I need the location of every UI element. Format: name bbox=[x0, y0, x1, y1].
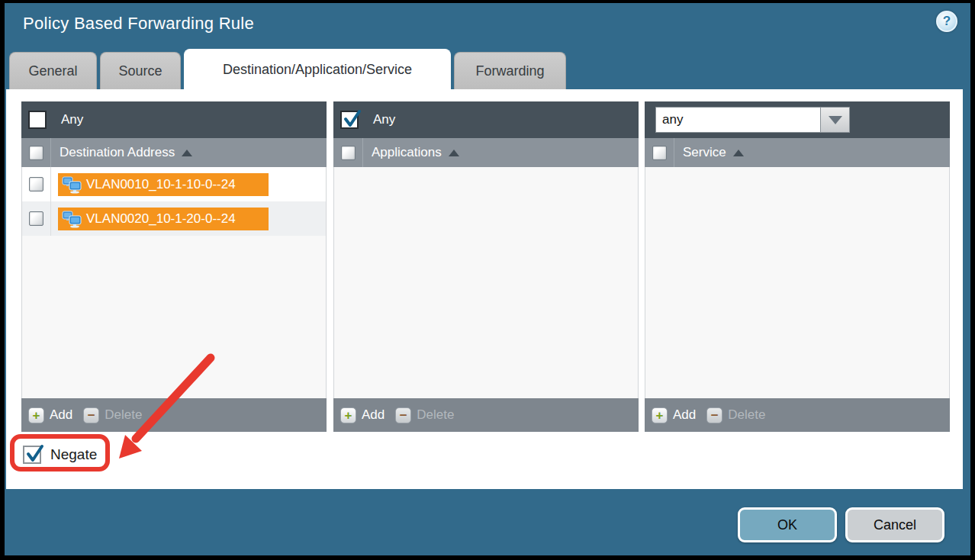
negate-option: Negate bbox=[23, 446, 97, 464]
address-object-name: VLAN0010_10-1-10-0--24 bbox=[86, 177, 236, 192]
ok-button[interactable]: OK bbox=[738, 507, 837, 542]
service-dropdown-value[interactable]: any bbox=[655, 107, 821, 133]
sort-ascending-icon[interactable] bbox=[733, 150, 744, 156]
address-object-chip[interactable]: VLAN0020_10-1-20-0--24 bbox=[58, 208, 269, 230]
divider bbox=[674, 138, 674, 167]
add-button-label: Add bbox=[362, 407, 385, 423]
applications-actions-bar: + Add − Delete bbox=[333, 398, 639, 432]
service-column-header: Service bbox=[645, 138, 950, 167]
row-checkbox-cell bbox=[22, 167, 51, 201]
policy-based-forwarding-dialog: Policy Based Forwarding Rule ? General S… bbox=[0, 0, 975, 560]
tab-general[interactable]: General bbox=[9, 52, 97, 89]
chevron-down-icon bbox=[829, 116, 842, 124]
delete-button[interactable]: − Delete bbox=[83, 407, 153, 423]
address-object-name: VLAN0020_10-1-20-0--24 bbox=[86, 211, 236, 227]
delete-button[interactable]: − Delete bbox=[706, 407, 776, 423]
add-button[interactable]: + Add bbox=[652, 407, 706, 423]
tab-content: Any Destination Address bbox=[6, 89, 963, 489]
divider bbox=[362, 138, 363, 167]
address-object-chip[interactable]: VLAN0010_10-1-10-0--24 bbox=[58, 173, 269, 196]
divider bbox=[50, 138, 51, 167]
table-row: VLAN0020_10-1-20-0--24 bbox=[22, 201, 326, 236]
service-header-label[interactable]: Service bbox=[683, 145, 726, 160]
minus-icon: − bbox=[706, 407, 722, 423]
row-checkbox-cell bbox=[22, 201, 51, 236]
row-checkbox[interactable] bbox=[29, 211, 43, 226]
service-dropdown[interactable]: any bbox=[655, 107, 850, 133]
applications-any-label: Any bbox=[373, 112, 395, 127]
delete-button-label: Delete bbox=[105, 407, 142, 423]
tab-forwarding[interactable]: Forwarding bbox=[454, 52, 566, 89]
tab-bar: General Source Destination/Application/S… bbox=[9, 49, 569, 89]
applications-any-checkbox[interactable] bbox=[340, 111, 359, 129]
service-dropdown-button[interactable] bbox=[821, 107, 850, 133]
cancel-button[interactable]: Cancel bbox=[845, 507, 944, 542]
destination-actions-bar: + Add − Delete bbox=[21, 398, 327, 432]
applications-selectall-checkbox[interactable] bbox=[341, 146, 356, 160]
destination-any-checkbox[interactable] bbox=[28, 111, 47, 129]
delete-button[interactable]: − Delete bbox=[395, 407, 465, 423]
service-selectall-checkbox[interactable] bbox=[652, 146, 667, 160]
network-icon bbox=[62, 175, 82, 194]
service-any-header: any bbox=[645, 101, 950, 138]
table-row: VLAN0010_10-1-10-0--24 bbox=[22, 167, 326, 201]
service-list bbox=[645, 167, 950, 398]
tab-destination-application-service[interactable]: Destination/Application/Service bbox=[184, 49, 451, 89]
add-button[interactable]: + Add bbox=[340, 407, 395, 423]
applications-column: Any Applications + Add − Delete bbox=[333, 101, 639, 432]
help-icon[interactable]: ? bbox=[936, 11, 957, 32]
destination-header-label[interactable]: Destination Address bbox=[60, 145, 175, 160]
destination-any-header: Any bbox=[21, 101, 327, 138]
plus-icon: + bbox=[340, 407, 356, 423]
checkmark-icon bbox=[343, 109, 362, 129]
destination-column-header: Destination Address bbox=[21, 138, 327, 167]
destination-any-label: Any bbox=[61, 112, 83, 127]
add-button-label: Add bbox=[50, 407, 72, 423]
row-checkbox[interactable] bbox=[29, 177, 43, 191]
destination-address-column: Any Destination Address bbox=[21, 101, 327, 432]
negate-label: Negate bbox=[50, 446, 97, 463]
applications-header-label[interactable]: Applications bbox=[372, 145, 442, 160]
add-button-label: Add bbox=[673, 407, 696, 423]
plus-icon: + bbox=[28, 407, 44, 423]
sort-ascending-icon[interactable] bbox=[449, 150, 459, 156]
applications-column-header: Applications bbox=[333, 138, 639, 167]
dialog-title: Policy Based Forwarding Rule bbox=[23, 14, 254, 34]
destination-selectall-checkbox[interactable] bbox=[29, 146, 43, 160]
plus-icon: + bbox=[652, 407, 668, 423]
network-icon bbox=[62, 210, 82, 228]
applications-any-header: Any bbox=[333, 101, 639, 138]
minus-icon: − bbox=[83, 407, 99, 423]
delete-button-label: Delete bbox=[728, 407, 765, 423]
dialog-frame: Policy Based Forwarding Rule ? General S… bbox=[5, 3, 970, 555]
negate-checkbox[interactable] bbox=[23, 446, 41, 464]
checkmark-icon bbox=[25, 444, 45, 464]
sort-ascending-icon[interactable] bbox=[182, 150, 192, 156]
add-button[interactable]: + Add bbox=[28, 407, 83, 423]
minus-icon: − bbox=[395, 407, 411, 423]
tab-source[interactable]: Source bbox=[100, 52, 181, 89]
destination-list: VLAN0010_10-1-10-0--24 bbox=[21, 167, 327, 398]
applications-list bbox=[333, 167, 639, 398]
service-column: any Service + Add bbox=[645, 101, 950, 432]
delete-button-label: Delete bbox=[417, 407, 454, 423]
service-actions-bar: + Add − Delete bbox=[645, 398, 950, 432]
